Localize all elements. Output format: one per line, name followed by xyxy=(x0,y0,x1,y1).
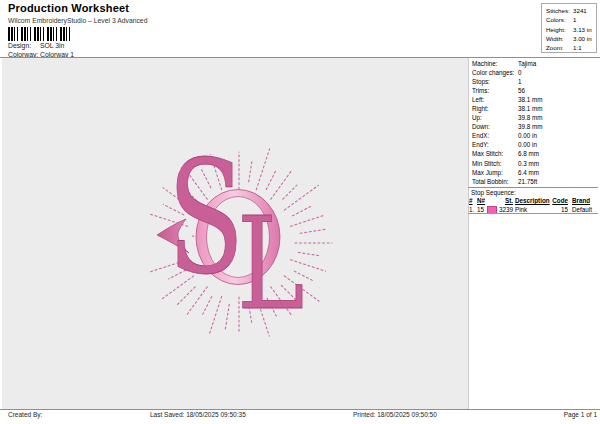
created-by-label: Created By: xyxy=(8,411,42,418)
design-value: SOL 3in xyxy=(40,42,64,49)
table-bottom-line xyxy=(468,213,598,214)
stop-sequence-title: Stop Sequence: xyxy=(471,189,516,196)
summary-row: Stitches:3241 xyxy=(546,6,596,15)
col-n: N# xyxy=(477,197,485,204)
col-code: Code xyxy=(552,197,568,204)
cell-description: Pink xyxy=(515,206,527,213)
summary-row: Colors:1 xyxy=(546,15,596,24)
printed-label: Printed: 18/05/2025 09:50:50 xyxy=(353,411,437,418)
machine-row: Max Stitch:6.8 mm xyxy=(472,149,598,158)
machine-row: Down:39.8 mm xyxy=(472,122,598,131)
last-saved-label: Last Saved: 18/05/2025 09:50:35 xyxy=(150,411,246,418)
summary-row: Height:3.13 in xyxy=(546,25,596,34)
panel-left-border xyxy=(468,58,469,409)
stop-sequence-separator xyxy=(468,187,598,188)
design-summary-box: Stitches:3241 Colors:1 Height:3.13 in Wi… xyxy=(541,3,597,53)
letter-s: S xyxy=(168,127,245,308)
design-monogram: S L xyxy=(2,58,468,409)
machine-row: EndX:0.00 in xyxy=(472,131,598,140)
design-label: Design: xyxy=(8,42,40,49)
cell-brand: Default xyxy=(572,206,592,213)
machine-row: Trims:56 xyxy=(472,86,598,95)
machine-row: Max Jump:6.4 mm xyxy=(472,168,598,177)
machine-row: EndY:0.00 in xyxy=(472,140,598,149)
machine-info-panel: Machine:Tajima Color changes:0 Stops:1 T… xyxy=(472,59,598,186)
col-description: Description xyxy=(515,197,550,204)
summary-row: Zoom:1:1 xyxy=(546,43,596,52)
col-brand: Brand xyxy=(572,197,590,204)
barcode-image xyxy=(8,27,70,41)
app-subtitle: Wilcom EmbroideryStudio – Level 3 Advanc… xyxy=(8,17,147,24)
machine-row: Total Bobbin:21.75ft xyxy=(472,177,598,186)
machine-row: Stops:1 xyxy=(472,77,598,86)
cell-n: 15 xyxy=(477,206,484,213)
machine-row: Machine:Tajima xyxy=(472,59,598,68)
design-canvas: S L xyxy=(2,58,468,409)
footer-separator xyxy=(0,409,600,410)
col-num: # xyxy=(469,197,473,204)
page-title: Production Worksheet xyxy=(8,2,129,14)
page-number: Page 1 of 1 xyxy=(564,411,597,418)
summary-row: Width:3.00 in xyxy=(546,34,596,43)
machine-row: Min Stitch:0.3 mm xyxy=(472,159,598,168)
cell-code: 15 xyxy=(552,206,568,213)
machine-row: Color changes:0 xyxy=(472,68,598,77)
design-row: Design:SOL 3in xyxy=(8,42,64,49)
col-st: St. xyxy=(499,197,513,204)
machine-row: Up:39.8 mm xyxy=(472,113,598,122)
machine-row: Right:38.1 mm xyxy=(472,104,598,113)
machine-row: Left:38.1 mm xyxy=(472,95,598,104)
cell-num: 1. xyxy=(469,206,474,213)
production-worksheet-page: Production Worksheet Wilcom EmbroiderySt… xyxy=(0,0,600,424)
letter-l: L xyxy=(237,190,304,338)
